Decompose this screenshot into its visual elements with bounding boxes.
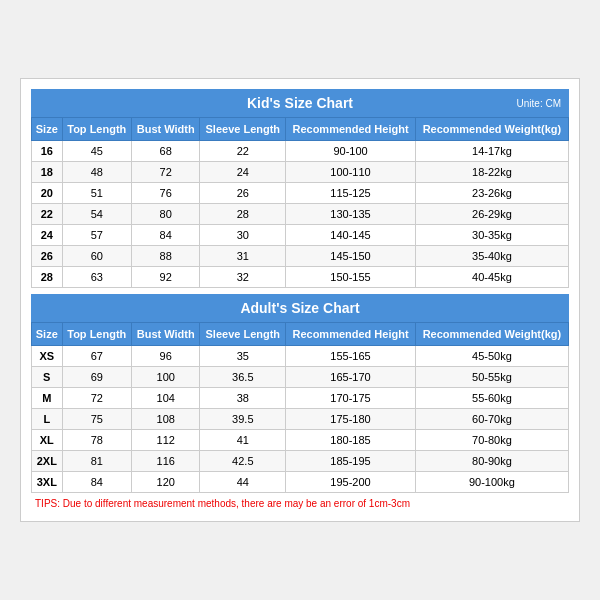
kids-cell: 26-29kg [415,204,568,225]
kids-cell: 28 [200,204,286,225]
kids-cell: 18-22kg [415,162,568,183]
kids-table-row: 24578430140-14530-35kg [32,225,569,246]
kids-cell: 23-26kg [415,183,568,204]
kids-cell: 92 [132,267,200,288]
kids-table-row: 20517626115-12523-26kg [32,183,569,204]
adults-col-sleeve-length: Sleeve Length [200,323,286,346]
kids-cell: 28 [32,267,63,288]
adults-cell: 78 [62,430,132,451]
adults-col-bust-width: Bust Width [132,323,200,346]
kids-header-row: Size Top Length Bust Width Sleeve Length… [32,118,569,141]
adults-cell: 72 [62,388,132,409]
adults-cell: XS [32,346,63,367]
kids-cell: 26 [32,246,63,267]
kids-section-title: Kid's Size Chart Unite: CM [31,89,569,117]
adults-cell: L [32,409,63,430]
adults-table-row: 2XL8111642.5185-19580-90kg [32,451,569,472]
kids-cell: 35-40kg [415,246,568,267]
adults-cell: 41 [200,430,286,451]
adults-cell: 175-180 [286,409,416,430]
kids-cell: 26 [200,183,286,204]
adults-cell: 195-200 [286,472,416,493]
kids-cell: 40-45kg [415,267,568,288]
adults-col-top-length: Top Length [62,323,132,346]
kids-cell: 84 [132,225,200,246]
adults-cell: 108 [132,409,200,430]
adults-section-title: Adult's Size Chart [31,294,569,322]
kids-cell: 22 [32,204,63,225]
adults-col-size: Size [32,323,63,346]
adults-cell: 44 [200,472,286,493]
adults-cell: 3XL [32,472,63,493]
adults-cell: XL [32,430,63,451]
kids-cell: 48 [62,162,132,183]
kids-cell: 150-155 [286,267,416,288]
adults-cell: 185-195 [286,451,416,472]
kids-table-row: 22548028130-13526-29kg [32,204,569,225]
kids-cell: 88 [132,246,200,267]
kids-cell: 24 [32,225,63,246]
adults-cell: 170-175 [286,388,416,409]
adults-cell: 104 [132,388,200,409]
kids-cell: 68 [132,141,200,162]
kids-col-size: Size [32,118,63,141]
adults-table-row: S6910036.5165-17050-55kg [32,367,569,388]
adults-cell: 165-170 [286,367,416,388]
kids-cell: 140-145 [286,225,416,246]
adults-header-row: Size Top Length Bust Width Sleeve Length… [32,323,569,346]
adults-table-row: L7510839.5175-18060-70kg [32,409,569,430]
kids-col-bust-width: Bust Width [132,118,200,141]
adults-cell: 45-50kg [415,346,568,367]
adults-title-text: Adult's Size Chart [240,300,359,316]
kids-cell: 76 [132,183,200,204]
adults-cell: 90-100kg [415,472,568,493]
adults-cell: 35 [200,346,286,367]
kids-cell: 18 [32,162,63,183]
kids-cell: 115-125 [286,183,416,204]
kids-table-row: 18487224100-11018-22kg [32,162,569,183]
kids-cell: 145-150 [286,246,416,267]
kids-cell: 22 [200,141,286,162]
adults-cell: 50-55kg [415,367,568,388]
adults-table-row: XL7811241180-18570-80kg [32,430,569,451]
kids-cell: 80 [132,204,200,225]
adults-cell: 84 [62,472,132,493]
chart-container: Kid's Size Chart Unite: CM Size Top Leng… [20,78,580,522]
kids-title-text: Kid's Size Chart [247,95,353,111]
adults-cell: 36.5 [200,367,286,388]
kids-cell: 100-110 [286,162,416,183]
adults-cell: 155-165 [286,346,416,367]
adults-cell: 75 [62,409,132,430]
adults-cell: 120 [132,472,200,493]
kids-col-sleeve-length: Sleeve Length [200,118,286,141]
kids-cell: 16 [32,141,63,162]
kids-col-top-length: Top Length [62,118,132,141]
adults-cell: 180-185 [286,430,416,451]
kids-cell: 20 [32,183,63,204]
adults-cell: 81 [62,451,132,472]
adults-table-row: 3XL8412044195-20090-100kg [32,472,569,493]
kids-table-row: 1645682290-10014-17kg [32,141,569,162]
adults-cell: 55-60kg [415,388,568,409]
adults-cell: 2XL [32,451,63,472]
adults-size-table: Size Top Length Bust Width Sleeve Length… [31,322,569,493]
adults-cell: 100 [132,367,200,388]
kids-cell: 54 [62,204,132,225]
adults-col-rec-weight: Recommended Weight(kg) [415,323,568,346]
kids-cell: 130-135 [286,204,416,225]
adults-cell: 42.5 [200,451,286,472]
adults-cell: 39.5 [200,409,286,430]
kids-unit-label: Unite: CM [517,98,561,109]
adults-cell: 69 [62,367,132,388]
kids-cell: 90-100 [286,141,416,162]
kids-cell: 72 [132,162,200,183]
kids-table-row: 26608831145-15035-40kg [32,246,569,267]
adults-cell: 116 [132,451,200,472]
kids-cell: 51 [62,183,132,204]
kids-cell: 57 [62,225,132,246]
adults-table-row: M7210438170-17555-60kg [32,388,569,409]
adults-cell: 80-90kg [415,451,568,472]
adults-cell: 112 [132,430,200,451]
kids-cell: 30-35kg [415,225,568,246]
kids-table-row: 28639232150-15540-45kg [32,267,569,288]
